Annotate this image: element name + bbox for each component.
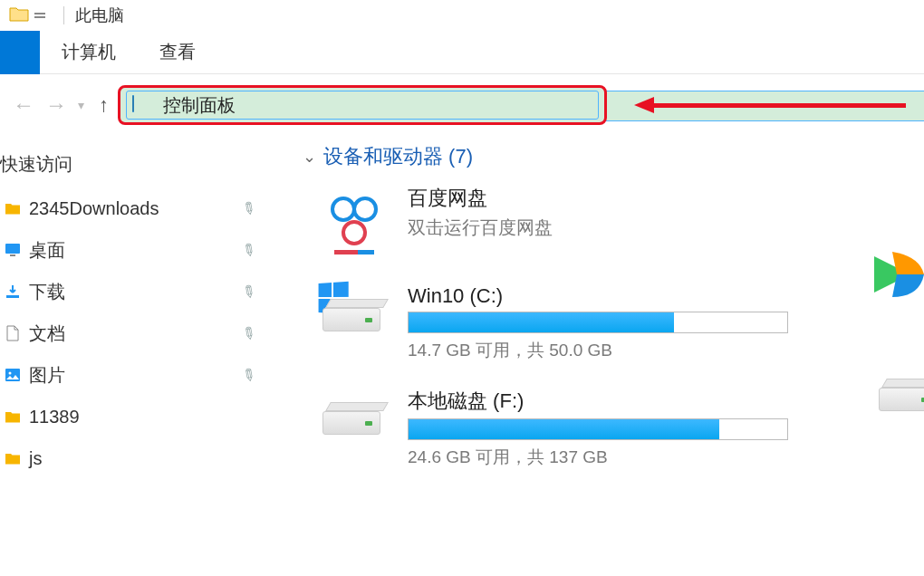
pictures-icon [4, 366, 22, 384]
main-area: 快速访问 2345Downloads ✎ 桌面 ✎ 下载 ✎ [0, 136, 924, 571]
svg-rect-1 [10, 254, 15, 256]
hdd-icon [317, 388, 391, 462]
folder-icon [9, 5, 34, 25]
usage-label: 24.6 GB 可用，共 137 GB [408, 446, 924, 469]
sidebar-item-label: 文档 [29, 322, 242, 346]
tab-view[interactable]: 查看 [138, 40, 217, 64]
hdd-icon [317, 284, 391, 359]
nav-forward[interactable]: → [40, 92, 72, 118]
hdd-icon[interactable] [879, 379, 924, 424]
usage-fill [409, 419, 719, 439]
sidebar-item-label: 下载 [29, 280, 242, 304]
address-bar-highlight: 控制面板 [118, 85, 607, 125]
drive-item-baidu[interactable]: 百度网盘 双击运行百度网盘 [317, 185, 924, 259]
nav-history-dropdown[interactable]: ▾ [72, 98, 90, 112]
usage-bar [408, 312, 788, 333]
address-text[interactable]: 控制面板 [163, 93, 236, 118]
quick-access-dropdown-icon[interactable] [34, 8, 45, 23]
control-panel-icon [132, 96, 154, 114]
nav-up[interactable]: ↑ [90, 93, 118, 117]
group-header-label: 设备和驱动器 (7) [323, 143, 473, 170]
sidebar-item-label: js [29, 448, 281, 469]
group-header-devices[interactable]: ⌄ 设备和驱动器 (7) [281, 136, 924, 185]
drive-item-c[interactable]: Win10 (C:) 14.7 GB 可用，共 50.0 GB [317, 284, 924, 362]
sidebar-item-pictures[interactable]: 图片 ✎ [0, 354, 281, 396]
sidebar-item-2345downloads[interactable]: 2345Downloads ✎ [0, 187, 281, 229]
svg-rect-2 [6, 295, 19, 298]
nav-back[interactable]: ← [7, 92, 40, 118]
sidebar-item-desktop[interactable]: 桌面 ✎ [0, 229, 281, 271]
content-pane: ⌄ 设备和驱动器 (7) 百度网盘 双击运行百度网盘 [281, 136, 924, 571]
baidu-icon [317, 185, 391, 259]
sidebar-item-documents[interactable]: 文档 ✎ [0, 312, 281, 354]
desktop-icon [4, 241, 22, 259]
sidebar-item-label: 图片 [29, 363, 242, 388]
nav-row: ← → ▾ ↑ 控制面板 [0, 74, 924, 136]
usage-bar [408, 418, 788, 440]
usage-fill [409, 312, 674, 332]
download-icon [4, 283, 22, 301]
ribbon: 计算机 查看 [0, 31, 924, 74]
drive-title: 百度网盘 [408, 185, 924, 212]
sidebar-item-label: 2345Downloads [29, 198, 242, 219]
svg-rect-0 [5, 244, 20, 254]
drive-title: Win10 (C:) [408, 284, 924, 308]
folder-icon [4, 449, 22, 467]
usage-label: 14.7 GB 可用，共 50.0 GB [408, 339, 924, 362]
separator [63, 6, 64, 24]
folder-icon [4, 199, 22, 217]
sidebar-item-label: 11389 [29, 407, 281, 427]
sidebar-header[interactable]: 快速访问 [0, 147, 281, 187]
drive-item-f[interactable]: 本地磁盘 (F:) 24.6 GB 可用，共 137 GB [317, 388, 924, 469]
address-bar[interactable]: 控制面板 [126, 91, 599, 120]
file-tab[interactable] [0, 31, 40, 74]
tab-computer[interactable]: 计算机 [40, 40, 138, 64]
tencent-video-icon[interactable] [852, 234, 924, 315]
sidebar-item-11389[interactable]: 11389 [0, 396, 281, 437]
sidebar-item-label: 桌面 [29, 238, 242, 263]
sidebar: 快速访问 2345Downloads ✎ 桌面 ✎ 下载 ✎ [0, 136, 281, 571]
title-bar: 此电脑 [0, 0, 924, 31]
chevron-down-icon: ⌄ [303, 147, 316, 167]
sidebar-item-downloads[interactable]: 下载 ✎ [0, 271, 281, 312]
svg-point-4 [9, 372, 12, 375]
drive-subtitle: 双击运行百度网盘 [408, 216, 924, 240]
annotation-arrow [634, 100, 906, 110]
drive-title: 本地磁盘 (F:) [408, 388, 924, 415]
window-title: 此电脑 [75, 5, 124, 26]
sidebar-item-js[interactable]: js [0, 437, 281, 479]
folder-icon [4, 408, 22, 426]
document-icon [4, 324, 22, 342]
